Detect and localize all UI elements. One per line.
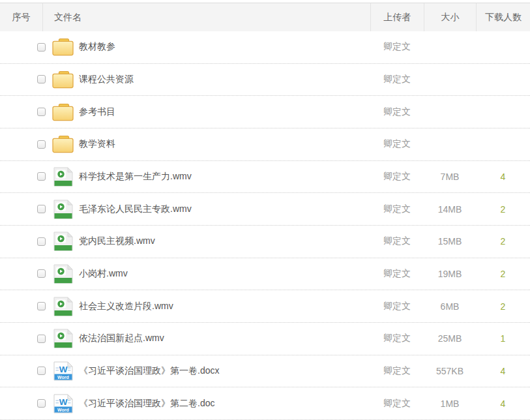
downloads-cell bbox=[476, 128, 530, 160]
row-select-cell bbox=[0, 226, 47, 258]
word-icon-letter: W bbox=[59, 397, 67, 407]
file-name-cell: W Word 科学技术是第一生产力.wmv bbox=[47, 161, 370, 193]
file-name-cell: W Word 《习近平谈治国理政》第二卷.doc bbox=[47, 387, 370, 419]
file-name-link[interactable]: 《习近平谈治国理政》第二卷.doc bbox=[79, 398, 214, 410]
video-play-file-icon[interactable] bbox=[52, 200, 74, 219]
column-header-size: 大小 bbox=[424, 3, 476, 31]
size-cell bbox=[424, 128, 476, 160]
row-checkbox[interactable] bbox=[37, 172, 46, 181]
file-name-link[interactable]: 社会主义改造片段.wmv bbox=[79, 301, 173, 312]
row-select-cell bbox=[0, 128, 47, 160]
video-play-file-icon[interactable] bbox=[52, 232, 74, 251]
uploader-cell: 卿定文 bbox=[370, 161, 424, 193]
word-document-icon[interactable]: W Word bbox=[52, 361, 74, 381]
row-select-cell bbox=[0, 387, 47, 419]
file-row: W Word 课程公共资源 卿定文 bbox=[0, 64, 530, 97]
row-select-cell bbox=[0, 193, 47, 225]
downloads-cell: 4 bbox=[476, 387, 530, 419]
downloads-cell: 1 bbox=[476, 323, 530, 355]
size-cell bbox=[424, 64, 476, 96]
row-select-cell bbox=[0, 96, 47, 128]
file-name-link[interactable]: 党内民主视频.wmv bbox=[79, 235, 155, 247]
folder-icon[interactable] bbox=[52, 37, 74, 57]
file-name-cell: W Word 教材教参 bbox=[47, 31, 370, 63]
uploader-cell: 卿定文 bbox=[370, 355, 424, 387]
word-icon-label: Word bbox=[57, 407, 69, 412]
uploader-cell: 卿定文 bbox=[370, 323, 424, 355]
file-name-link[interactable]: 课程公共资源 bbox=[79, 74, 134, 85]
row-select-cell bbox=[0, 258, 47, 290]
uploader-cell: 卿定文 bbox=[370, 387, 424, 419]
file-row: W Word 依法治国新起点.wmv 卿定文 25MB 1 bbox=[0, 323, 530, 355]
row-select-cell bbox=[0, 161, 47, 193]
row-checkbox[interactable] bbox=[37, 335, 46, 343]
file-name-link[interactable]: 依法治国新起点.wmv bbox=[79, 333, 164, 344]
size-cell: 25MB bbox=[424, 323, 476, 355]
file-row: W Word 教学资料 卿定文 bbox=[0, 128, 530, 161]
video-play-file-icon[interactable] bbox=[52, 297, 74, 316]
downloads-cell: 2 bbox=[476, 290, 530, 322]
size-cell bbox=[424, 96, 476, 128]
file-name-cell: W Word 依法治国新起点.wmv bbox=[47, 323, 370, 355]
size-cell: 1MB bbox=[424, 387, 476, 419]
row-checkbox[interactable] bbox=[37, 75, 46, 83]
downloads-cell: 2 bbox=[476, 226, 530, 258]
uploader-cell: 卿定文 bbox=[370, 193, 424, 225]
row-checkbox[interactable] bbox=[37, 140, 46, 149]
file-row: W Word 《习近平谈治国理政》第一卷.docx 卿定文 557KB 4 bbox=[0, 355, 530, 388]
downloads-cell: 4 bbox=[476, 355, 530, 387]
file-name-link[interactable]: 教学资料 bbox=[79, 138, 115, 150]
row-checkbox[interactable] bbox=[37, 269, 46, 278]
column-header-uploader: 上传者 bbox=[370, 3, 424, 31]
row-checkbox[interactable] bbox=[37, 367, 46, 375]
folder-icon[interactable] bbox=[52, 102, 74, 122]
size-cell bbox=[424, 31, 476, 63]
uploader-cell: 卿定文 bbox=[370, 258, 424, 290]
video-play-file-icon[interactable] bbox=[52, 167, 74, 187]
row-select-cell bbox=[0, 290, 47, 322]
size-cell: 14MB bbox=[424, 193, 476, 225]
word-icon-label: Word bbox=[57, 374, 69, 379]
row-select-cell bbox=[0, 355, 47, 387]
column-header-downloads: 下载人数 bbox=[476, 3, 530, 31]
table-header-row: 序号 文件名 上传者 大小 下载人数 bbox=[0, 3, 530, 31]
file-name-cell: W Word 党内民主视频.wmv bbox=[47, 226, 370, 258]
row-checkbox[interactable] bbox=[37, 302, 46, 310]
file-table-body: W Word 教材教参 卿定文 bbox=[0, 31, 530, 420]
row-select-cell bbox=[0, 31, 47, 63]
file-name-link[interactable]: 毛泽东论人民民主专政.wmv bbox=[79, 203, 192, 215]
file-name-cell: W Word 参考书目 bbox=[47, 96, 370, 128]
file-name-link[interactable]: 参考书目 bbox=[79, 106, 115, 118]
file-name-link[interactable]: 科学技术是第一生产力.wmv bbox=[79, 171, 192, 183]
size-cell: 6MB bbox=[424, 290, 476, 322]
file-row: W Word 参考书目 卿定文 bbox=[0, 96, 530, 128]
file-row: W Word 小岗村.wmv 卿定文 19MB 2 bbox=[0, 258, 530, 291]
size-cell: 557KB bbox=[424, 355, 476, 387]
row-checkbox[interactable] bbox=[37, 399, 46, 408]
row-checkbox[interactable] bbox=[37, 43, 46, 52]
row-checkbox[interactable] bbox=[37, 237, 46, 246]
row-checkbox[interactable] bbox=[37, 108, 46, 116]
size-cell: 19MB bbox=[424, 258, 476, 290]
file-row: W Word 科学技术是第一生产力.wmv 卿定文 7MB 4 bbox=[0, 161, 530, 194]
file-name-cell: W Word 毛泽东论人民民主专政.wmv bbox=[47, 193, 370, 225]
size-cell: 7MB bbox=[424, 161, 476, 193]
file-row: W Word 社会主义改造片段.wmv 卿定文 6MB 2 bbox=[0, 290, 530, 323]
file-name-cell: W Word 《习近平谈治国理政》第一卷.docx bbox=[47, 355, 370, 387]
word-document-icon[interactable]: W Word bbox=[52, 394, 74, 413]
word-icon-letter: W bbox=[59, 365, 67, 374]
file-row: W Word 教材教参 卿定文 bbox=[0, 31, 530, 64]
folder-icon[interactable] bbox=[52, 70, 74, 89]
folder-icon[interactable] bbox=[52, 134, 74, 154]
downloads-cell bbox=[476, 31, 530, 63]
file-name-cell: W Word 社会主义改造片段.wmv bbox=[47, 290, 370, 322]
file-name-link[interactable]: 小岗村.wmv bbox=[79, 268, 128, 280]
file-name-link[interactable]: 教材教参 bbox=[79, 41, 115, 53]
file-name-link[interactable]: 《习近平谈治国理政》第一卷.docx bbox=[79, 365, 219, 377]
video-play-file-icon[interactable] bbox=[52, 264, 74, 284]
video-play-file-icon[interactable] bbox=[52, 329, 74, 348]
uploader-cell: 卿定文 bbox=[370, 128, 424, 160]
file-name-cell: W Word 课程公共资源 bbox=[47, 64, 370, 96]
downloads-cell: 2 bbox=[476, 258, 530, 290]
row-checkbox[interactable] bbox=[37, 205, 46, 213]
